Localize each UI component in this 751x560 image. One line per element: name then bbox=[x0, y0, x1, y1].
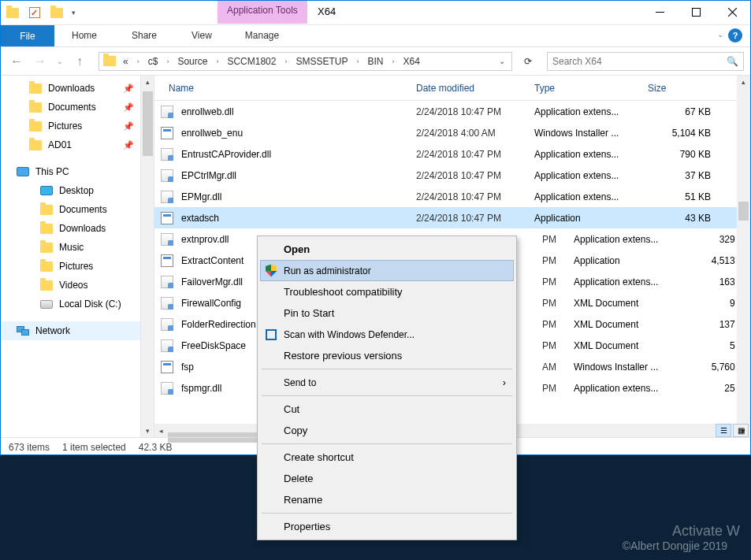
cm-open[interactable]: Open bbox=[260, 239, 514, 260]
file-name: EntrustCAProvider.dll bbox=[181, 149, 416, 160]
chevron-right-icon[interactable]: › bbox=[282, 57, 289, 65]
search-icon[interactable]: 🔍 bbox=[727, 56, 738, 67]
view-details-button[interactable]: ☰ bbox=[716, 424, 731, 437]
crumb-0[interactable]: « bbox=[118, 54, 133, 69]
search-box[interactable]: 🔍 bbox=[547, 52, 744, 71]
file-row[interactable]: EPMgr.dll2/24/2018 10:47 PMApplication e… bbox=[154, 186, 750, 207]
file-date: PM bbox=[542, 234, 574, 245]
scroll-up-icon[interactable]: ▴ bbox=[737, 76, 750, 88]
navpane-item-pictures-2[interactable]: Pictures bbox=[1, 257, 140, 276]
file-name: fspmgr.dll bbox=[181, 383, 260, 394]
column-size[interactable]: Size bbox=[648, 83, 719, 94]
cm-pin-start[interactable]: Pin to Start bbox=[260, 302, 514, 324]
file-vscrollbar[interactable]: ▴ ▾ bbox=[737, 76, 750, 437]
minimize-button[interactable] bbox=[641, 1, 678, 24]
cm-properties[interactable]: Properties bbox=[260, 516, 514, 537]
chevron-right-icon[interactable]: › bbox=[135, 57, 142, 65]
navpane-item-documents-2[interactable]: Documents bbox=[1, 200, 140, 219]
cm-restore[interactable]: Restore previous versions bbox=[260, 345, 514, 366]
file-type: Application extens... bbox=[534, 149, 648, 160]
cm-label: Scan with Windows Defender... bbox=[284, 329, 415, 340]
crumb-4[interactable]: SMSSETUP bbox=[291, 54, 352, 69]
navpane-item-videos[interactable]: Videos bbox=[1, 276, 140, 295]
newfolder-icon[interactable] bbox=[50, 6, 64, 20]
crumb-5[interactable]: BIN bbox=[362, 54, 388, 69]
help-icon[interactable]: ? bbox=[728, 28, 742, 43]
nav-up-button[interactable]: ↑ bbox=[70, 52, 89, 71]
file-icon bbox=[159, 338, 175, 354]
scrollbar-thumb[interactable] bbox=[738, 202, 749, 221]
search-input[interactable] bbox=[552, 56, 727, 67]
file-row[interactable]: EPCtrlMgr.dll2/24/2018 10:47 PMApplicati… bbox=[154, 165, 750, 186]
file-icon bbox=[159, 380, 175, 396]
properties-icon[interactable]: ✓ bbox=[28, 6, 42, 20]
cm-shortcut[interactable]: Create shortcut bbox=[260, 447, 514, 468]
cm-rename[interactable]: Rename bbox=[260, 489, 514, 510]
column-type[interactable]: Type bbox=[534, 83, 648, 94]
address-bar[interactable]: «› c$› Source› SCCM1802› SMSSETUP› BIN› … bbox=[99, 52, 512, 71]
view-thumbnails-button[interactable]: ▦ bbox=[733, 424, 749, 437]
cm-defender[interactable]: Scan with Windows Defender... bbox=[260, 324, 514, 345]
folder-icon bbox=[6, 6, 20, 20]
crumb-2[interactable]: Source bbox=[173, 54, 212, 69]
navpane-item-ad01[interactable]: AD01📌 bbox=[1, 135, 140, 154]
chevron-right-icon[interactable]: › bbox=[354, 57, 361, 65]
navpane-item-pictures[interactable]: Pictures📌 bbox=[1, 117, 140, 135]
crumb-6[interactable]: X64 bbox=[398, 54, 424, 69]
network-icon bbox=[17, 326, 29, 336]
cm-runas[interactable]: Run as administrator bbox=[260, 260, 514, 281]
file-type: XML Document bbox=[574, 319, 687, 330]
scrollbar-thumb[interactable] bbox=[143, 91, 153, 156]
navpane-item-thispc[interactable]: This PC bbox=[1, 162, 140, 181]
scroll-down-icon[interactable]: ▾ bbox=[141, 425, 154, 437]
file-row[interactable]: extadsch2/24/2018 10:47 PMApplication43 … bbox=[154, 207, 750, 228]
cm-delete[interactable]: Delete bbox=[260, 468, 514, 489]
column-date[interactable]: Date modified bbox=[416, 83, 534, 94]
nav-forward-button[interactable]: → bbox=[31, 52, 50, 71]
navpane-item-label: Local Disk (C:) bbox=[59, 299, 121, 310]
nav-recent-icon[interactable]: ⌄ bbox=[54, 52, 65, 71]
ribbon-expand-icon[interactable]: ⌄ bbox=[717, 30, 723, 39]
window-controls bbox=[641, 1, 750, 24]
cm-copy[interactable]: Copy bbox=[260, 420, 514, 441]
maximize-button[interactable] bbox=[678, 1, 714, 24]
refresh-button[interactable]: ⟳ bbox=[519, 52, 537, 71]
cm-cut[interactable]: Cut bbox=[260, 399, 514, 420]
cm-sendto[interactable]: Send to› bbox=[260, 372, 514, 393]
address-dropdown-icon[interactable]: ⌄ bbox=[496, 57, 508, 65]
file-row[interactable]: enrollweb.dll2/24/2018 10:47 PMApplicati… bbox=[154, 101, 750, 122]
pc-icon bbox=[17, 167, 29, 176]
crumb-1[interactable]: c$ bbox=[143, 54, 163, 69]
navpane-item-desktop[interactable]: Desktop bbox=[1, 181, 140, 200]
tab-share[interactable]: Share bbox=[114, 25, 174, 46]
close-button[interactable] bbox=[714, 1, 750, 24]
file-date: 2/24/2018 10:47 PM bbox=[416, 191, 534, 202]
navpane-item-documents[interactable]: Documents📌 bbox=[1, 98, 140, 117]
navpane-item-downloads[interactable]: Downloads📌 bbox=[1, 79, 140, 98]
file-type: Application bbox=[534, 213, 648, 224]
contextual-tab[interactable]: Application Tools bbox=[217, 1, 307, 24]
chevron-right-icon[interactable]: › bbox=[164, 57, 171, 65]
navpane-item-downloads-2[interactable]: Downloads bbox=[1, 219, 140, 238]
tab-file[interactable]: File bbox=[1, 25, 54, 46]
file-row[interactable]: enrollweb_enu2/24/2018 4:00 AMWindows In… bbox=[154, 122, 750, 143]
file-date: PM bbox=[542, 298, 574, 309]
cm-troubleshoot[interactable]: Troubleshoot compatibility bbox=[260, 281, 514, 302]
column-name[interactable]: Name bbox=[159, 83, 416, 94]
qat-dropdown-icon[interactable]: ▾ bbox=[72, 9, 76, 17]
file-date: PM bbox=[542, 319, 574, 330]
tab-manage[interactable]: Manage bbox=[217, 25, 307, 46]
scroll-left-icon[interactable]: ◂ bbox=[154, 424, 168, 437]
navpane-item-network[interactable]: Network bbox=[1, 321, 140, 340]
scroll-up-icon[interactable]: ▴ bbox=[141, 76, 154, 88]
navpane-scrollbar[interactable]: ▴ ▾ bbox=[140, 76, 154, 437]
navpane-item-localdisk[interactable]: Local Disk (C:) bbox=[1, 295, 140, 313]
nav-back-button[interactable]: ← bbox=[7, 52, 26, 71]
file-row[interactable]: EntrustCAProvider.dll2/24/2018 10:47 PMA… bbox=[154, 143, 750, 165]
navpane-item-music[interactable]: Music bbox=[1, 238, 140, 257]
titlebar: ✓ ▾ Application Tools X64 bbox=[1, 1, 750, 25]
tab-home[interactable]: Home bbox=[54, 25, 114, 46]
chevron-right-icon[interactable]: › bbox=[389, 57, 396, 65]
crumb-3[interactable]: SCCM1802 bbox=[222, 54, 281, 69]
chevron-right-icon[interactable]: › bbox=[214, 57, 221, 65]
